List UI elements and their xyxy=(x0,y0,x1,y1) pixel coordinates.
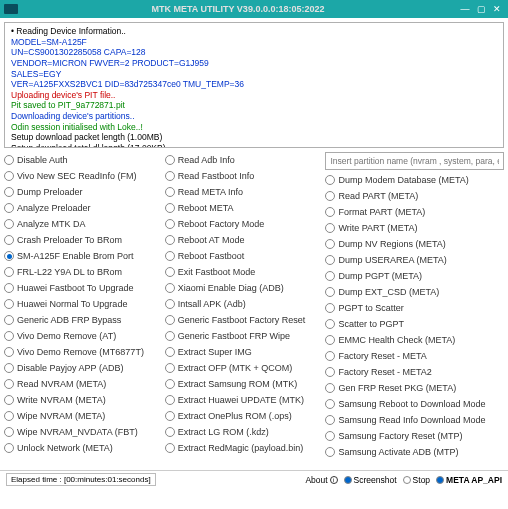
option-radio[interactable]: Samsung Reboot to Download Mode xyxy=(325,396,504,412)
option-radio[interactable]: Factory Reset - META2 xyxy=(325,364,504,380)
maximize-button[interactable]: ▢ xyxy=(474,3,488,15)
option-radio[interactable]: Disable Payjoy APP (ADB) xyxy=(4,360,163,376)
radio-icon xyxy=(4,155,14,165)
log-line: Uploading device's PIT file.. xyxy=(11,90,497,101)
option-radio[interactable]: SM-A125F Enable Brom Port xyxy=(4,248,163,264)
radio-icon xyxy=(4,331,14,341)
radio-icon xyxy=(4,347,14,357)
option-label: PGPT to Scatter xyxy=(338,303,403,313)
option-label: Disable Auth xyxy=(17,155,68,165)
option-radio[interactable]: Generic Fastboot FRP Wipe xyxy=(165,328,324,344)
options-column-2: Read Adb InfoRead Fastboot InfoRead META… xyxy=(165,152,324,470)
option-radio[interactable]: Huawei Normal To Upgrade xyxy=(4,296,163,312)
option-radio[interactable]: Reboot Factory Mode xyxy=(165,216,324,232)
option-label: Analyze Preloader xyxy=(17,203,91,213)
option-radio[interactable]: Wipe NVRAM_NVDATA (FBT) xyxy=(4,424,163,440)
radio-icon xyxy=(165,203,175,213)
option-radio[interactable]: Dump EXT_CSD (META) xyxy=(325,284,504,300)
option-radio[interactable]: Extract Samsung ROM (MTK) xyxy=(165,376,324,392)
option-radio[interactable]: Wipe NVRAM (META) xyxy=(4,408,163,424)
radio-icon xyxy=(325,287,335,297)
option-radio[interactable]: Write NVRAM (META) xyxy=(4,392,163,408)
option-label: Scatter to PGPT xyxy=(338,319,404,329)
option-radio[interactable]: FRL-L22 Y9A DL to BRom xyxy=(4,264,163,280)
option-radio[interactable]: Vivo Demo Remove (AT) xyxy=(4,328,163,344)
option-radio[interactable]: Dump Preloader xyxy=(4,184,163,200)
close-button[interactable]: ✕ xyxy=(490,3,504,15)
option-radio[interactable]: Dump PGPT (META) xyxy=(325,268,504,284)
option-radio[interactable]: Read Fastboot Info xyxy=(165,168,324,184)
option-radio[interactable]: Generic ADB FRP Bypass xyxy=(4,312,163,328)
option-label: Generic Fastboot FRP Wipe xyxy=(178,331,290,341)
radio-icon xyxy=(4,171,14,181)
screenshot-radio[interactable]: Screenshot xyxy=(344,475,397,485)
minimize-button[interactable]: — xyxy=(458,3,472,15)
log-line: • Reading Device Information.. xyxy=(11,26,497,37)
option-radio[interactable]: Vivo New SEC ReadInfo (FM) xyxy=(4,168,163,184)
option-radio[interactable]: Unlock Network (META) xyxy=(4,440,163,456)
option-radio[interactable]: Samsung Factory Reset (MTP) xyxy=(325,428,504,444)
option-radio[interactable]: Extract Super IMG xyxy=(165,344,324,360)
option-label: Format PART (META) xyxy=(338,207,425,217)
option-label: Intsall APK (Adb) xyxy=(178,299,246,309)
option-radio[interactable]: Intsall APK (Adb) xyxy=(165,296,324,312)
option-radio[interactable]: Read NVRAM (META) xyxy=(4,376,163,392)
option-radio[interactable]: Extract RedMagic (payload.bin) xyxy=(165,440,324,456)
option-radio[interactable]: Analyze MTK DA xyxy=(4,216,163,232)
option-label: Read META Info xyxy=(178,187,243,197)
radio-icon xyxy=(325,447,335,457)
option-radio[interactable]: EMMC Health Check (META) xyxy=(325,332,504,348)
option-radio[interactable]: Extract OnePlus ROM (.ops) xyxy=(165,408,324,424)
option-radio[interactable]: Format PART (META) xyxy=(325,204,504,220)
option-radio[interactable]: Generic Fastboot Factory Reset xyxy=(165,312,324,328)
option-radio[interactable]: Extract LG ROM (.kdz) xyxy=(165,424,324,440)
option-radio[interactable]: Analyze Preloader xyxy=(4,200,163,216)
radio-icon xyxy=(4,379,14,389)
radio-icon xyxy=(436,476,444,484)
options-column-3: Dump Modem Database (META)Read PART (MET… xyxy=(325,152,504,470)
about-link[interactable]: About i xyxy=(305,475,337,485)
option-radio[interactable]: Gen FRP Reset PKG (META) xyxy=(325,380,504,396)
option-radio[interactable]: Samsung Activate ADB (MTP) xyxy=(325,444,504,460)
option-radio[interactable]: Vivo Demo Remove (MT6877T) xyxy=(4,344,163,360)
option-radio[interactable]: Dump NV Regions (META) xyxy=(325,236,504,252)
radio-icon xyxy=(4,443,14,453)
radio-icon xyxy=(4,363,14,373)
option-radio[interactable]: Factory Reset - META xyxy=(325,348,504,364)
option-radio[interactable]: Reboot AT Mode xyxy=(165,232,324,248)
option-radio[interactable]: Crash Preloader To BRom xyxy=(4,232,163,248)
option-label: Reboot AT Mode xyxy=(178,235,245,245)
option-label: Samsung Reboot to Download Mode xyxy=(338,399,485,409)
api-radio[interactable]: META AP_API xyxy=(436,475,502,485)
option-radio[interactable]: Reboot Fastboot xyxy=(165,248,324,264)
option-radio[interactable]: Read PART (META) xyxy=(325,188,504,204)
option-radio[interactable]: PGPT to Scatter xyxy=(325,300,504,316)
option-radio[interactable]: Extract Huawei UPDATE (MTK) xyxy=(165,392,324,408)
radio-icon xyxy=(4,411,14,421)
option-radio[interactable]: Disable Auth xyxy=(4,152,163,168)
option-radio[interactable]: Xiaomi Enable Diag (ADB) xyxy=(165,280,324,296)
log-line: Setup download total dl length (17.00KB) xyxy=(11,143,497,148)
option-radio[interactable]: Huawei Fastboot To Upgrade xyxy=(4,280,163,296)
radio-icon xyxy=(165,187,175,197)
option-radio[interactable]: Read META Info xyxy=(165,184,324,200)
option-radio[interactable]: Scatter to PGPT xyxy=(325,316,504,332)
option-radio[interactable]: Exit Fastboot Mode xyxy=(165,264,324,280)
radio-icon xyxy=(325,383,335,393)
option-radio[interactable]: Write PART (META) xyxy=(325,220,504,236)
option-radio[interactable]: Extract OFP (MTK + QCOM) xyxy=(165,360,324,376)
stop-radio[interactable]: Stop xyxy=(403,475,431,485)
radio-icon xyxy=(325,399,335,409)
option-radio[interactable]: Read Adb Info xyxy=(165,152,324,168)
option-radio[interactable]: Reboot META xyxy=(165,200,324,216)
option-label: Read NVRAM (META) xyxy=(17,379,106,389)
option-radio[interactable]: Dump USERAREA (META) xyxy=(325,252,504,268)
option-radio[interactable]: Dump Modem Database (META) xyxy=(325,172,504,188)
log-line: VER=A125FXXS2BVC1 DID=83d725347ce0 TMU_T… xyxy=(11,79,497,90)
partition-search-input[interactable] xyxy=(325,152,504,170)
option-radio[interactable]: Samsung Read Info Download Mode xyxy=(325,412,504,428)
radio-icon xyxy=(165,299,175,309)
option-label: Vivo New SEC ReadInfo (FM) xyxy=(17,171,136,181)
log-line: UN=CS9001302285058 CAPA=128 xyxy=(11,47,497,58)
radio-icon xyxy=(325,223,335,233)
